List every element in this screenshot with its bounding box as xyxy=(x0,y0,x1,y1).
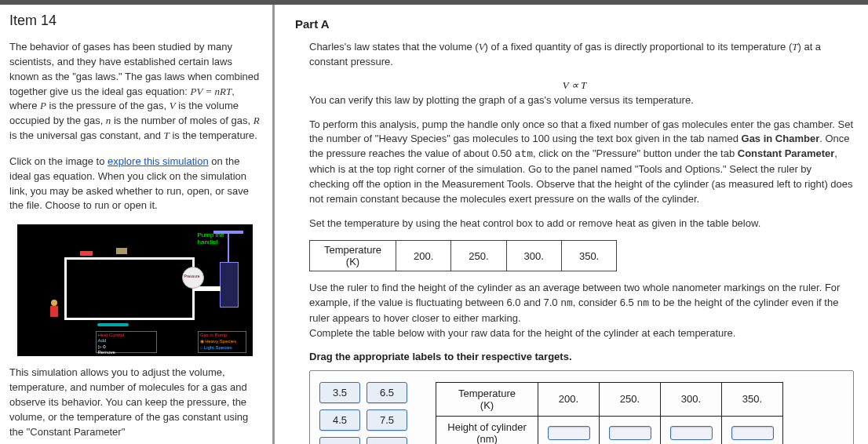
ruler-paragraph: Use the ruler to find the height of the … xyxy=(309,281,854,340)
click-paragraph: Click on the image to explore this simul… xyxy=(9,155,260,213)
temp-header-cell: Temperature (K) xyxy=(310,241,396,271)
target-row-header: Temperature (K) xyxy=(436,382,538,416)
labels-pool: 3.5 6.5 4.5 7.5 5.5 8.5 xyxy=(319,382,407,444)
temp-cell: 350. xyxy=(561,241,616,271)
heat-control-panel: Heat Control Add ▷ 0 Remove xyxy=(96,331,157,353)
target-table: Temperature (K) 200. 250. 300. 350. Heig… xyxy=(436,382,783,444)
drag-label[interactable]: 5.5 xyxy=(319,437,360,444)
drop-target[interactable] xyxy=(731,426,774,440)
drop-target[interactable] xyxy=(609,426,651,440)
target-temp-cell: 250. xyxy=(600,382,661,416)
simulation-thumbnail[interactable]: Pump the handle! Heat Control Add ▷ 0 Re… xyxy=(17,224,253,356)
charles-law-statement: Charles's law states that the volume (V)… xyxy=(309,40,854,70)
person-icon xyxy=(49,300,60,320)
temp-cell: 200. xyxy=(396,241,450,271)
platform-icon xyxy=(97,323,129,326)
drag-drop-area: 3.5 6.5 4.5 7.5 5.5 8.5 Temperature (K) … xyxy=(309,370,854,444)
gas-chamber-icon xyxy=(64,257,195,320)
target-temp-cell: 350. xyxy=(722,382,783,416)
drag-instruction: Drag the appropriate labels to their res… xyxy=(309,351,854,362)
intro-paragraph: The behavior of gases has been studied b… xyxy=(9,40,260,144)
drag-label[interactable]: 4.5 xyxy=(319,409,360,431)
ideal-gas-equation: PV = nRT xyxy=(191,86,232,97)
pump-handle-icon xyxy=(228,232,229,264)
target-row-header: Height of cylinder (nm) xyxy=(436,416,538,444)
drop-target[interactable] xyxy=(670,426,713,440)
pump-label: Pump the handle! xyxy=(198,232,224,246)
chamber-top-icon xyxy=(116,248,127,254)
drag-label[interactable]: 6.5 xyxy=(367,382,407,403)
set-temp-paragraph: Set the temperature by using the heat co… xyxy=(309,217,854,231)
pump-body-icon xyxy=(220,262,239,308)
verify-paragraph: You can verify this law by plotting the … xyxy=(309,93,854,108)
valve-icon xyxy=(80,251,93,256)
target-temp-cell: 200. xyxy=(538,382,600,416)
gas-species-panel: Gas in Pump ◉ Heavy Species ○ Light Spec… xyxy=(198,331,246,353)
temp-cell: 300. xyxy=(506,241,561,271)
proportional-formula: V ∝ T xyxy=(295,79,854,92)
temp-cell: 250. xyxy=(451,241,506,271)
instructions-paragraph: To perform this analysis, pump the handl… xyxy=(309,118,854,207)
target-temp-cell: 300. xyxy=(661,382,722,416)
temperature-table: Temperature (K) 200. 250. 300. 350. xyxy=(309,240,617,271)
drag-label[interactable]: 8.5 xyxy=(367,437,407,444)
drag-label[interactable]: 7.5 xyxy=(367,409,407,431)
pressure-gauge-icon xyxy=(182,267,204,289)
part-title: Part A xyxy=(295,17,854,31)
drop-target[interactable] xyxy=(548,426,590,440)
item-title: Item 14 xyxy=(9,13,260,29)
left-pane: Item 14 The behavior of gases has been s… xyxy=(0,5,275,444)
right-pane: Part A Charles's law states that the vol… xyxy=(275,5,868,444)
drag-label[interactable]: 3.5 xyxy=(319,382,360,403)
sim-description: This simulation allows you to adjust the… xyxy=(9,366,260,439)
explore-simulation-link[interactable]: explore this simulation xyxy=(108,155,209,167)
